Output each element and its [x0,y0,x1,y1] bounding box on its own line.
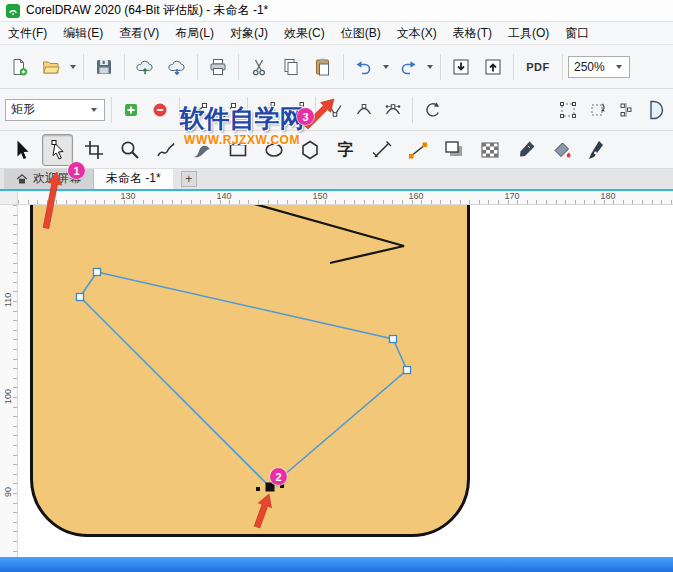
redo-button[interactable] [393,52,423,82]
open-icon [41,57,61,77]
curve-node[interactable] [390,336,397,343]
undo-icon [354,57,374,77]
save-button[interactable] [89,52,119,82]
dimension-tool-icon [371,139,393,161]
shape-tool[interactable] [42,134,73,166]
separator [440,54,441,80]
new-document-button[interactable] [4,52,34,82]
menu-view[interactable]: 查看(V) [111,22,167,45]
text-tool[interactable]: 字 [330,134,361,166]
undo-button[interactable] [349,52,379,82]
menu-layout[interactable]: 布局(L) [167,22,222,45]
redo-icon [398,57,418,77]
property-bar: 矩形 [0,89,673,131]
add-node-icon [121,100,141,120]
separator [513,54,514,80]
edited-curve[interactable] [80,272,407,487]
transparency-tool[interactable] [474,134,505,166]
outline-pen-tool[interactable] [582,134,613,166]
connector-tool-icon [407,139,429,161]
horizontal-ruler[interactable]: 130 140 150 160 170 180 [18,191,673,204]
curve-node[interactable] [94,269,101,276]
menu-file[interactable]: 文件(F) [0,22,55,45]
import-button[interactable] [446,52,476,82]
ruler-ticks [18,200,673,204]
artistic-media-tool[interactable] [186,134,217,166]
ruler-label: 140 [216,191,231,201]
convert-to-line-button[interactable] [254,97,280,123]
vertical-ruler[interactable]: 110 100 90 [0,205,18,557]
convert-to-curve-button[interactable] [283,97,309,123]
polygon-tool[interactable] [294,134,325,166]
freehand-tool[interactable] [150,134,181,166]
bottom-bar [0,557,673,572]
separator [562,54,563,80]
node-control-handle[interactable] [256,487,260,491]
menu-object[interactable]: 对象(J) [222,22,276,45]
save-icon [94,57,114,77]
tab-welcome-screen[interactable]: 欢迎屏幕 [4,169,94,189]
chevron-down-icon[interactable] [70,65,76,69]
eyedropper-tool[interactable] [510,134,541,166]
cut-button[interactable] [244,52,274,82]
rectangle-tool[interactable] [222,134,253,166]
ruler-ticks [13,205,17,557]
canvas[interactable] [18,205,673,557]
paste-icon [313,57,333,77]
symmetrical-node-button[interactable] [380,97,406,123]
connector-tool[interactable] [402,134,433,166]
node-control-handle[interactable] [280,484,284,488]
zoom-tool[interactable] [114,134,145,166]
open-button[interactable] [36,52,66,82]
print-button[interactable] [203,52,233,82]
close-curve-button[interactable] [642,97,668,123]
crop-tool-icon [83,139,105,161]
copy-button[interactable] [276,52,306,82]
menu-tools[interactable]: 工具(O) [500,22,557,45]
smooth-node-button[interactable] [351,97,377,123]
interactive-fill-tool[interactable] [546,134,577,166]
menu-bitmaps[interactable]: 位图(B) [333,22,389,45]
add-node-button[interactable] [118,97,144,123]
menu-text[interactable]: 文本(X) [389,22,445,45]
home-icon [16,173,28,185]
chevron-down-icon[interactable] [383,65,389,69]
join-nodes-button[interactable] [186,97,212,123]
reverse-direction-icon [422,100,442,120]
separator [343,54,344,80]
join-nodes-icon [189,100,209,120]
ellipse-tool[interactable] [258,134,289,166]
delete-node-button[interactable] [147,97,173,123]
selected-node[interactable] [266,483,275,492]
pick-tool[interactable] [6,134,37,166]
tab-document[interactable]: 未命名 -1* [94,169,173,189]
curve-node[interactable] [404,367,411,374]
zoom-level-combobox[interactable]: 250% [568,56,630,78]
outline-pen-icon [587,139,609,161]
dimension-tool[interactable] [366,134,397,166]
preset-value: 矩形 [11,101,35,118]
publish-to-pdf-button[interactable]: PDF [519,52,557,82]
cusp-node-button[interactable] [322,97,348,123]
curve-node[interactable] [77,294,84,301]
ruler-origin-box[interactable] [0,191,18,205]
export-button[interactable] [478,52,508,82]
shadow-tool[interactable] [438,134,469,166]
reverse-direction-button[interactable] [419,97,445,123]
cloud-download-button[interactable] [162,52,192,82]
menu-effects[interactable]: 效果(C) [276,22,333,45]
align-nodes-button[interactable] [613,97,639,123]
zigzag-line-shape[interactable] [251,205,404,263]
break-curve-button[interactable] [215,97,241,123]
cloud-upload-button[interactable] [130,52,160,82]
new-document-tab-button[interactable]: + [181,171,197,187]
menu-window[interactable]: 窗口 [557,22,597,45]
menu-table[interactable]: 表格(T) [445,22,500,45]
rotate-nodes-button[interactable] [584,97,610,123]
crop-tool[interactable] [78,134,109,166]
stretch-nodes-button[interactable] [555,97,581,123]
chevron-down-icon[interactable] [427,65,433,69]
preset-combobox[interactable]: 矩形 [5,99,105,121]
paste-button[interactable] [308,52,338,82]
menu-edit[interactable]: 编辑(E) [55,22,111,45]
